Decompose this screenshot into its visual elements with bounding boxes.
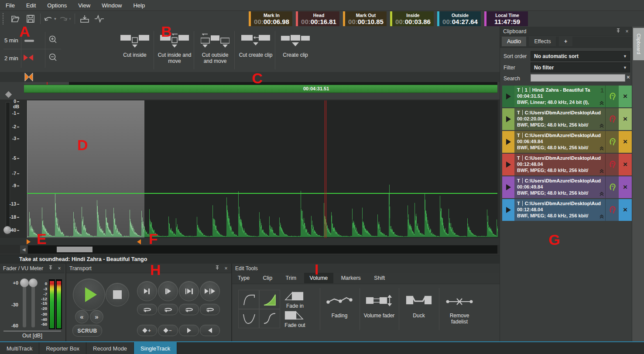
take-info[interactable]: TC:\Users\DbmAzure\Desktop\Aud 00:02:20.… <box>514 108 605 130</box>
remove-take-button[interactable]: × <box>619 176 632 198</box>
remove-take-button[interactable]: × <box>619 131 632 153</box>
filter-select[interactable]: No filter ▼ <box>531 62 630 72</box>
collapse-icon[interactable] <box>599 190 604 198</box>
fade-curve-log-button[interactable] <box>238 290 260 309</box>
fade-curve-exp-button[interactable] <box>259 290 280 309</box>
tab-reporter-box[interactable]: Reporter Box <box>39 342 86 354</box>
cut-inside-button[interactable]: Cut inside <box>116 34 154 58</box>
menu-file[interactable]: File <box>0 1 21 10</box>
timeline-diamond-marker[interactable] <box>5 91 12 98</box>
fader-knob-right[interactable] <box>29 278 38 287</box>
cut-create-clip-button[interactable]: Cut create clip <box>236 34 275 58</box>
play-button[interactable] <box>73 278 105 311</box>
clear-search-icon[interactable]: × <box>627 74 630 80</box>
playhead-cursor[interactable] <box>325 100 325 244</box>
mark-in-flag-icon[interactable] <box>27 239 31 244</box>
undo-button[interactable]: ▼ <box>43 13 58 25</box>
import-take-button[interactable] <box>77 13 92 25</box>
tab-shift[interactable]: Shift <box>368 273 391 283</box>
take-info[interactable]: TC:\Users\DbmAzure\Desktop\Aud 00:06:49.… <box>514 176 605 198</box>
next-marker-button[interactable] <box>179 325 199 336</box>
zoom-out-button[interactable] <box>48 52 58 65</box>
prev-marker-button[interactable] <box>200 325 220 336</box>
range-bar-icon[interactable] <box>24 40 34 42</box>
waveform-display[interactable] <box>27 100 498 238</box>
pin-icon[interactable] <box>214 265 221 272</box>
prelisten-button[interactable] <box>605 176 619 198</box>
play-between-marks-button[interactable] <box>179 281 199 301</box>
pin-icon[interactable] <box>615 28 622 34</box>
cut-outside-and-move-button[interactable]: Cut outsideand move <box>196 34 234 64</box>
tab-add[interactable]: + <box>559 37 572 46</box>
menu-options[interactable]: Options <box>41 1 72 10</box>
edit-marker-strip[interactable] <box>0 238 500 245</box>
fade-curve-scurve1-button[interactable] <box>238 309 260 328</box>
fade-curve-scurve2-button[interactable] <box>259 309 280 328</box>
clipboard-dock-tab[interactable]: Clipboard <box>633 28 644 60</box>
play-from-mark-button[interactable] <box>158 281 178 301</box>
take-info[interactable]: TC:\Users\DbmAzure\Desktop\Aud 00:12:48.… <box>514 154 605 175</box>
undo-dropdown-caret[interactable]: ▼ <box>54 17 57 21</box>
play-take-button[interactable] <box>502 86 514 107</box>
prelisten-button[interactable] <box>605 154 619 175</box>
soundhead-marker-icon[interactable] <box>24 72 34 82</box>
remove-take-button[interactable]: × <box>619 108 632 130</box>
prelisten-button[interactable] <box>605 131 619 153</box>
fading-button[interactable] <box>326 295 353 307</box>
remove-fadelist-label[interactable]: Removefadelist <box>442 313 477 325</box>
loop-1-button[interactable] <box>137 304 157 315</box>
collapse-icon[interactable] <box>599 99 604 107</box>
loop-3-button[interactable] <box>179 304 199 315</box>
clipboard-item-5[interactable]: TC:\Users\DbmAzure\Desktop\Aud 00:06:49.… <box>502 176 632 198</box>
remove-fadelist-button[interactable] <box>446 298 473 307</box>
clipboard-item-2[interactable]: TC:\Users\DbmAzure\Desktop\Aud 00:02:20.… <box>502 108 632 130</box>
scroll-left-button[interactable]: ◀ <box>20 245 27 254</box>
add-marker-button[interactable]: + <box>137 325 157 336</box>
duck-label[interactable]: Duck <box>401 313 436 319</box>
prelisten-button[interactable] <box>605 199 619 221</box>
zoom-in-button[interactable] <box>48 34 58 47</box>
zoom-preset-5min[interactable]: 5 min <box>4 37 18 44</box>
tab-record-mode[interactable]: Record Mode <box>86 342 134 354</box>
scrollbar-thumb[interactable] <box>57 247 92 252</box>
collapse-icon[interactable] <box>599 122 604 130</box>
horizontal-scrollbar[interactable] <box>28 245 497 254</box>
timeline-marker-row[interactable] <box>0 72 500 82</box>
clipboard-item-3[interactable]: TC:\Users\DbmAzure\Desktop\Aud 00:06:49.… <box>502 131 632 153</box>
stop-button[interactable] <box>106 283 129 306</box>
loop-4-button[interactable] <box>200 304 220 315</box>
fader-track-left[interactable] <box>23 283 26 327</box>
fade-in-button[interactable] <box>284 291 305 303</box>
pin-icon[interactable] <box>47 265 54 272</box>
menu-help[interactable]: Help <box>127 1 151 10</box>
take-info[interactable]: TC:\Users\DbmAzure\Desktop\Aud 00:12:48.… <box>514 199 605 221</box>
waveform-canvas[interactable] <box>27 100 498 238</box>
fading-label[interactable]: Fading <box>322 313 357 319</box>
clipboard-item-6[interactable]: TC:\Users\DbmAzure\Desktop\Aud 00:12:48.… <box>502 199 632 221</box>
tab-clip[interactable]: Clip <box>257 273 278 283</box>
menu-edit[interactable]: Edit <box>21 1 41 10</box>
clipboard-item-4[interactable]: TC:\Users\DbmAzure\Desktop\Aud 00:12:48.… <box>502 154 632 175</box>
prelisten-button[interactable] <box>605 86 619 107</box>
collapse-icon[interactable] <box>599 213 604 220</box>
collapse-icon[interactable] <box>599 144 604 152</box>
play-take-button[interactable] <box>502 108 514 130</box>
tab-singletrack[interactable]: SingleTrack <box>134 342 177 354</box>
play-around-cut-button[interactable] <box>200 281 220 301</box>
take-info[interactable]: T1Hindi Zahra - Beautiful Ta 00:04:31.51… <box>514 86 605 107</box>
scrub-button[interactable]: SCRUB <box>72 325 102 337</box>
menu-view[interactable]: View <box>72 1 96 10</box>
volume-envelope-line[interactable] <box>27 193 497 194</box>
take-info[interactable]: TC:\Users\DbmAzure\Desktop\Aud 00:06:49.… <box>514 131 605 153</box>
close-icon[interactable]: × <box>56 265 63 272</box>
remove-take-button[interactable]: × <box>619 199 632 221</box>
prelisten-button[interactable] <box>605 108 619 130</box>
fader-knob-left[interactable] <box>20 278 29 287</box>
loop-2-button[interactable] <box>158 304 178 315</box>
fade-in-label[interactable]: Fade in <box>277 303 312 309</box>
remove-take-button[interactable]: × <box>619 86 632 107</box>
redo-button[interactable]: ▼ <box>58 13 72 25</box>
clipboard-item-1[interactable]: T1Hindi Zahra - Beautiful Ta 00:04:31.51… <box>502 86 632 107</box>
play-take-button[interactable] <box>502 131 514 153</box>
play-take-button[interactable] <box>502 154 514 175</box>
